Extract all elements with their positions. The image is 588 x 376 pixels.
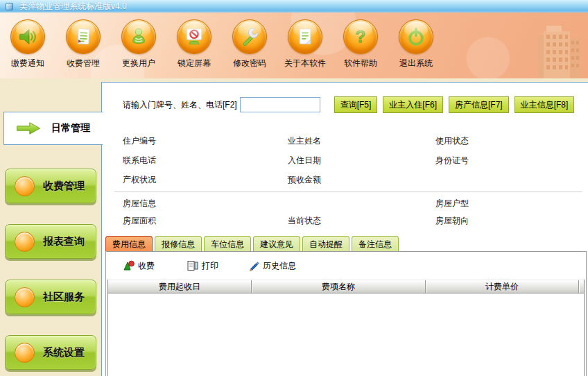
tab-strip: 费用信息 报修信息 车位信息 建议意见 自动提醒 备注信息 bbox=[105, 236, 401, 251]
toolbar-button-software-help[interactable]: ? 软件帮助 bbox=[333, 19, 388, 69]
toolbar-label: 更换用户 bbox=[122, 58, 155, 69]
about-icon bbox=[295, 26, 315, 47]
search-row: 请输入门牌号、姓名、电话[F2] 查询[F5] 业主入住[F6] 房产信息[F7… bbox=[123, 96, 584, 114]
sidebar-item-report-query[interactable]: 报表查询 bbox=[5, 224, 96, 259]
toolbar-label: 退出系统 bbox=[399, 58, 433, 69]
tab-notes[interactable]: 备注信息 bbox=[352, 236, 399, 251]
query-button[interactable]: 查询[F5] bbox=[334, 96, 378, 113]
main-toolbar: 缴费通知 收费管理 bbox=[0, 12, 588, 78]
sidebar-item-system-settings[interactable]: 系统设置 bbox=[5, 335, 96, 370]
orb-icon bbox=[15, 287, 35, 307]
speaker-icon bbox=[17, 26, 38, 47]
toolbar-label: 锁定屏幕 bbox=[178, 58, 211, 69]
history-info-button[interactable]: 历史信息 bbox=[248, 259, 296, 272]
tab-auto-reminder[interactable]: 自动提醒 bbox=[302, 236, 349, 251]
svg-text:?: ? bbox=[356, 27, 366, 46]
print-button[interactable]: 打印 bbox=[187, 259, 218, 272]
toolbar-label: 收费管理 bbox=[67, 58, 100, 69]
toolbar-buttons: 缴费通知 收费管理 bbox=[0, 19, 444, 69]
collect-fee-label: 收费 bbox=[138, 260, 155, 272]
pencil-icon bbox=[248, 259, 260, 272]
toolbar-button-about-software[interactable]: 关于本软件 bbox=[277, 19, 333, 69]
field-label-house-type: 房屋户型 bbox=[435, 198, 469, 210]
section-divider bbox=[114, 191, 582, 192]
search-label: 请输入门牌号、姓名、电话[F2] bbox=[123, 99, 237, 111]
history-info-label: 历史信息 bbox=[263, 260, 296, 272]
help-icon: ? bbox=[350, 26, 371, 47]
column-header-unit-price[interactable]: 计费单价 bbox=[426, 280, 579, 293]
toolbar-button-exit-system[interactable]: 退出系统 bbox=[388, 19, 444, 69]
column-header-fee-item-name[interactable]: 费项名称 bbox=[252, 280, 426, 293]
content-area: 请输入门牌号、姓名、电话[F2] 查询[F5] 业主入住[F6] 房产信息[F7… bbox=[0, 78, 588, 376]
fee-table-header: 费用起收日 费项名称 计费单价 bbox=[108, 280, 584, 293]
user-icon bbox=[128, 26, 149, 47]
field-label-prepaid-amount: 预收金额 bbox=[288, 174, 321, 186]
toolbar-label: 缴费通知 bbox=[11, 58, 44, 69]
field-label-usage-status: 使用状态 bbox=[435, 135, 469, 147]
column-header-fee-start-date[interactable]: 费用起收日 bbox=[108, 280, 252, 293]
field-label-id-number: 身份证号 bbox=[435, 155, 469, 166]
field-label-house-area: 房屋面积 bbox=[123, 215, 156, 227]
field-label-current-status: 当前状态 bbox=[288, 215, 321, 227]
field-label-owner-name: 业主姓名 bbox=[288, 135, 321, 147]
toolbar-button-switch-user[interactable]: 更换用户 bbox=[111, 19, 166, 69]
sidebar-item-community-service[interactable]: 社区服务 bbox=[5, 280, 96, 314]
field-label-house-orientation: 房屋朝向 bbox=[435, 215, 469, 227]
toolbar-label: 关于本软件 bbox=[284, 58, 326, 69]
sidebar-item-fee-management[interactable]: 收费管理 bbox=[5, 169, 96, 203]
building-image bbox=[523, 24, 587, 78]
search-input[interactable] bbox=[240, 97, 320, 112]
sidebar-button-label: 收费管理 bbox=[43, 180, 85, 193]
title-bar: 美萍物业管理系统标准版v4.0 bbox=[0, 0, 588, 12]
tab-repair-info[interactable]: 报修信息 bbox=[155, 236, 202, 251]
print-label: 打印 bbox=[202, 260, 218, 272]
lock-screen-icon bbox=[184, 26, 205, 47]
sidebar-active-label: 日常管理 bbox=[51, 122, 90, 135]
collect-fee-icon bbox=[123, 259, 135, 272]
tab-fee-info[interactable]: 费用信息 bbox=[105, 236, 153, 251]
field-label-checkin-date: 入住日期 bbox=[288, 155, 321, 166]
window-title: 美萍物业管理系统标准版v4.0 bbox=[19, 1, 127, 12]
toolbar-button-lock-screen[interactable]: 锁定屏幕 bbox=[166, 19, 222, 69]
app-icon bbox=[6, 3, 13, 10]
fee-table-body[interactable] bbox=[108, 293, 584, 376]
field-label-resident-id: 住户编号 bbox=[123, 135, 156, 147]
column-header-stub bbox=[579, 280, 584, 293]
field-label-house-info: 房屋信息 bbox=[123, 198, 156, 210]
green-arrow-icon bbox=[15, 121, 42, 135]
toolbar-button-change-password[interactable]: 修改密码 bbox=[222, 19, 277, 69]
fee-panel-toolbar: 收费 打印 bbox=[106, 252, 586, 280]
print-icon bbox=[187, 259, 199, 272]
orb-icon bbox=[15, 176, 35, 196]
toolbar-button-payment-notice[interactable]: 缴费通知 bbox=[0, 19, 55, 69]
field-label-property-status: 产权状况 bbox=[123, 174, 156, 186]
main-panel: 请输入门牌号、姓名、电话[F2] 查询[F5] 业主入住[F6] 房产信息[F7… bbox=[101, 82, 588, 376]
sidebar-item-daily-management[interactable]: 日常管理 bbox=[3, 112, 103, 145]
sidebar-button-label: 系统设置 bbox=[43, 346, 85, 359]
owner-checkin-button[interactable]: 业主入住[F6] bbox=[383, 96, 443, 113]
orb-icon bbox=[15, 343, 35, 363]
sidebar-button-label: 社区服务 bbox=[43, 291, 85, 304]
document-icon bbox=[73, 26, 94, 47]
field-label-contact-phone: 联系电话 bbox=[123, 155, 156, 166]
app-window: 美萍物业管理系统标准版v4.0 bbox=[0, 0, 588, 376]
toolbar-label: 修改密码 bbox=[233, 58, 266, 69]
toolbar-button-fee-management[interactable]: 收费管理 bbox=[55, 19, 111, 69]
fee-table: 费用起收日 费项名称 计费单价 bbox=[107, 280, 585, 376]
collect-fee-button[interactable]: 收费 bbox=[123, 259, 155, 272]
tab-parking-info[interactable]: 车位信息 bbox=[204, 236, 251, 251]
wrench-icon bbox=[239, 26, 260, 47]
property-info-button[interactable]: 房产信息[F7] bbox=[449, 96, 509, 113]
orb-icon bbox=[15, 232, 35, 252]
owner-info-button[interactable]: 业主信息[F8] bbox=[514, 96, 575, 113]
sidebar-button-label: 报表查询 bbox=[43, 235, 85, 248]
power-icon bbox=[406, 26, 426, 47]
tab-suggestions[interactable]: 建议意见 bbox=[253, 236, 300, 251]
fee-info-panel: 收费 打印 bbox=[105, 251, 587, 376]
toolbar-label: 软件帮助 bbox=[344, 58, 377, 69]
